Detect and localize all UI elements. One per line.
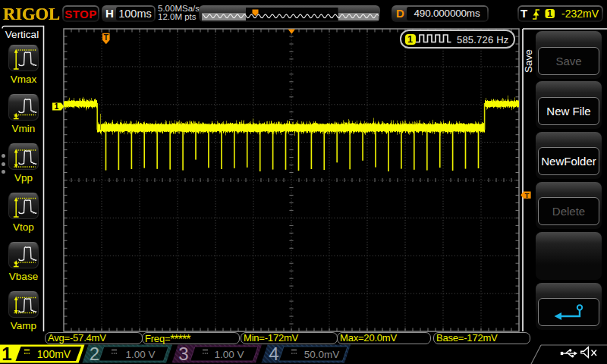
svg-text:T: T [524,191,529,199]
